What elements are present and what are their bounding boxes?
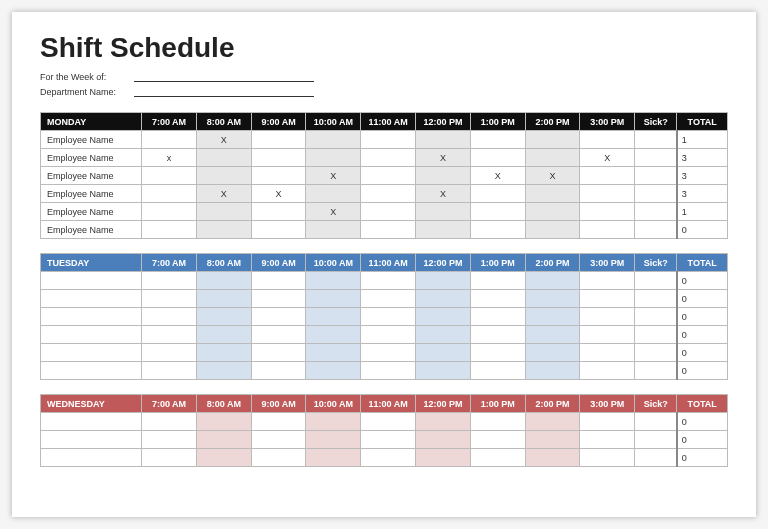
shift-cell[interactable] — [470, 431, 525, 449]
employee-name-cell[interactable]: Employee Name — [41, 167, 142, 185]
sick-cell[interactable] — [635, 290, 677, 308]
shift-cell[interactable] — [196, 362, 251, 380]
employee-name-cell[interactable]: Employee Name — [41, 149, 142, 167]
shift-cell[interactable] — [470, 203, 525, 221]
shift-cell[interactable] — [196, 326, 251, 344]
shift-cell[interactable] — [361, 431, 416, 449]
shift-cell[interactable] — [361, 413, 416, 431]
shift-cell[interactable] — [416, 344, 471, 362]
shift-cell[interactable]: X — [416, 149, 471, 167]
shift-cell[interactable] — [142, 413, 197, 431]
shift-cell[interactable]: X — [416, 185, 471, 203]
shift-cell[interactable] — [196, 149, 251, 167]
shift-cell[interactable] — [196, 272, 251, 290]
shift-cell[interactable] — [416, 362, 471, 380]
shift-cell[interactable] — [525, 290, 580, 308]
sick-cell[interactable] — [635, 344, 677, 362]
employee-name-cell[interactable] — [41, 344, 142, 362]
shift-cell[interactable]: x — [142, 149, 197, 167]
shift-cell[interactable] — [580, 221, 635, 239]
shift-cell[interactable] — [306, 149, 361, 167]
shift-cell[interactable] — [306, 344, 361, 362]
shift-cell[interactable] — [306, 413, 361, 431]
shift-cell[interactable] — [580, 344, 635, 362]
shift-cell[interactable] — [142, 185, 197, 203]
sick-cell[interactable] — [635, 449, 677, 467]
shift-cell[interactable] — [142, 272, 197, 290]
shift-cell[interactable] — [251, 449, 306, 467]
shift-cell[interactable] — [196, 431, 251, 449]
shift-cell[interactable] — [470, 413, 525, 431]
shift-cell[interactable] — [580, 326, 635, 344]
shift-cell[interactable] — [580, 362, 635, 380]
shift-cell[interactable] — [251, 167, 306, 185]
shift-cell[interactable] — [306, 185, 361, 203]
sick-cell[interactable] — [635, 185, 677, 203]
shift-cell[interactable] — [470, 131, 525, 149]
shift-cell[interactable] — [416, 167, 471, 185]
shift-cell[interactable]: X — [306, 167, 361, 185]
shift-cell[interactable] — [580, 290, 635, 308]
shift-cell[interactable] — [525, 131, 580, 149]
shift-cell[interactable] — [251, 326, 306, 344]
sick-cell[interactable] — [635, 326, 677, 344]
shift-cell[interactable]: X — [525, 167, 580, 185]
shift-cell[interactable] — [525, 362, 580, 380]
shift-cell[interactable]: X — [580, 149, 635, 167]
shift-cell[interactable] — [416, 221, 471, 239]
shift-cell[interactable] — [580, 185, 635, 203]
shift-cell[interactable] — [525, 344, 580, 362]
sick-cell[interactable] — [635, 167, 677, 185]
shift-cell[interactable] — [142, 362, 197, 380]
sick-cell[interactable] — [635, 149, 677, 167]
shift-cell[interactable] — [142, 431, 197, 449]
shift-cell[interactable] — [306, 272, 361, 290]
shift-cell[interactable] — [416, 449, 471, 467]
shift-cell[interactable] — [580, 203, 635, 221]
shift-cell[interactable] — [470, 290, 525, 308]
shift-cell[interactable] — [361, 449, 416, 467]
shift-cell[interactable] — [470, 308, 525, 326]
shift-cell[interactable] — [525, 449, 580, 467]
employee-name-cell[interactable]: Employee Name — [41, 221, 142, 239]
shift-cell[interactable] — [416, 413, 471, 431]
shift-cell[interactable] — [416, 290, 471, 308]
shift-cell[interactable] — [525, 431, 580, 449]
shift-cell[interactable] — [470, 221, 525, 239]
shift-cell[interactable] — [525, 308, 580, 326]
sick-cell[interactable] — [635, 131, 677, 149]
shift-cell[interactable] — [361, 149, 416, 167]
employee-name-cell[interactable] — [41, 413, 142, 431]
shift-cell[interactable] — [306, 326, 361, 344]
employee-name-cell[interactable]: Employee Name — [41, 185, 142, 203]
shift-cell[interactable] — [361, 290, 416, 308]
shift-cell[interactable] — [525, 149, 580, 167]
shift-cell[interactable] — [142, 449, 197, 467]
shift-cell[interactable] — [361, 272, 416, 290]
employee-name-cell[interactable]: Employee Name — [41, 203, 142, 221]
shift-cell[interactable] — [416, 272, 471, 290]
shift-cell[interactable]: X — [251, 185, 306, 203]
shift-cell[interactable] — [306, 290, 361, 308]
shift-cell[interactable] — [361, 131, 416, 149]
shift-cell[interactable] — [196, 449, 251, 467]
shift-cell[interactable] — [416, 131, 471, 149]
shift-cell[interactable] — [306, 362, 361, 380]
shift-cell[interactable] — [251, 131, 306, 149]
shift-cell[interactable] — [525, 221, 580, 239]
shift-cell[interactable] — [196, 413, 251, 431]
shift-cell[interactable] — [196, 344, 251, 362]
shift-cell[interactable] — [306, 431, 361, 449]
shift-cell[interactable] — [470, 272, 525, 290]
shift-cell[interactable] — [416, 326, 471, 344]
shift-cell[interactable] — [361, 308, 416, 326]
week-input-line[interactable] — [134, 70, 314, 82]
shift-cell[interactable] — [525, 272, 580, 290]
shift-cell[interactable] — [580, 167, 635, 185]
employee-name-cell[interactable] — [41, 326, 142, 344]
shift-cell[interactable] — [251, 203, 306, 221]
shift-cell[interactable] — [142, 326, 197, 344]
shift-cell[interactable] — [470, 344, 525, 362]
shift-cell[interactable] — [251, 344, 306, 362]
employee-name-cell[interactable] — [41, 362, 142, 380]
